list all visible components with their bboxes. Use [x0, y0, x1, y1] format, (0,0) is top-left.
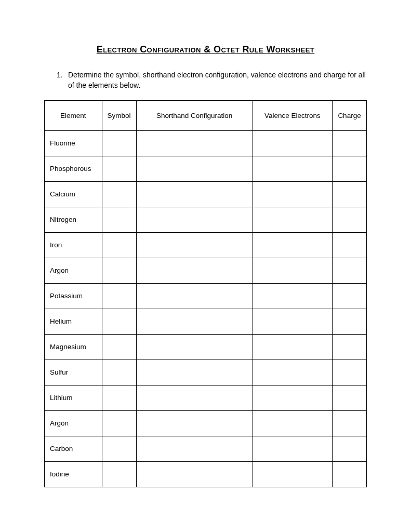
cell-charge [333, 181, 367, 207]
cell-charge [333, 461, 367, 487]
cell-charge [333, 334, 367, 360]
cell-config [136, 461, 253, 487]
cell-symbol [102, 156, 136, 181]
cell-charge [333, 385, 367, 410]
question-text: Determine the symbol, shorthand electron… [68, 70, 367, 91]
cell-valence [253, 436, 332, 461]
cell-config [136, 181, 253, 207]
question-number: 1. [57, 70, 68, 91]
cell-symbol [102, 360, 136, 385]
cell-config [136, 334, 253, 360]
cell-element: Nitrogen [45, 207, 102, 232]
table-row: Carbon [45, 436, 367, 461]
cell-symbol [102, 385, 136, 410]
cell-charge [333, 258, 367, 283]
cell-valence [253, 461, 332, 487]
cell-element: Phosphorous [45, 156, 102, 181]
cell-element: Iron [45, 232, 102, 258]
cell-config [136, 207, 253, 232]
cell-element: Magnesium [45, 334, 102, 360]
cell-charge [333, 130, 367, 156]
cell-valence [253, 410, 332, 436]
cell-charge [333, 207, 367, 232]
cell-valence [253, 181, 332, 207]
cell-valence [253, 385, 332, 410]
cell-valence [253, 156, 332, 181]
table-row: Fluorine [45, 130, 367, 156]
header-valence: Valence Electrons [253, 100, 332, 130]
table-row: Argon [45, 258, 367, 283]
cell-config [136, 258, 253, 283]
cell-symbol [102, 461, 136, 487]
table-row: Lithium [45, 385, 367, 410]
cell-element: Calcium [45, 181, 102, 207]
cell-element: Lithium [45, 385, 102, 410]
cell-symbol [102, 207, 136, 232]
cell-symbol [102, 258, 136, 283]
cell-charge [333, 360, 367, 385]
document-page: Electron Configuration & Octet Rule Work… [0, 0, 411, 532]
cell-valence [253, 232, 332, 258]
cell-valence [253, 360, 332, 385]
cell-element: Fluorine [45, 130, 102, 156]
cell-valence [253, 207, 332, 232]
cell-element: Argon [45, 258, 102, 283]
cell-symbol [102, 410, 136, 436]
cell-config [136, 436, 253, 461]
table-row: Phosphorous [45, 156, 367, 181]
table-body: Fluorine Phosphorous Calcium Nitrogen Ir… [45, 130, 367, 487]
cell-config [136, 130, 253, 156]
cell-element: Iodine [45, 461, 102, 487]
cell-symbol [102, 283, 136, 309]
page-title: Electron Configuration & Octet Rule Work… [44, 44, 367, 55]
cell-valence [253, 283, 332, 309]
question-1: 1. Determine the symbol, shorthand elect… [57, 70, 367, 91]
table-row: Iron [45, 232, 367, 258]
cell-config [136, 309, 253, 334]
cell-config [136, 156, 253, 181]
cell-charge [333, 232, 367, 258]
worksheet-table: Element Symbol Shorthand Configuration V… [44, 100, 367, 487]
cell-charge [333, 156, 367, 181]
table-row: Iodine [45, 461, 367, 487]
cell-valence [253, 258, 332, 283]
table-row: Calcium [45, 181, 367, 207]
cell-valence [253, 130, 332, 156]
cell-charge [333, 410, 367, 436]
cell-symbol [102, 130, 136, 156]
cell-charge [333, 436, 367, 461]
table-row: Sulfur [45, 360, 367, 385]
cell-element: Carbon [45, 436, 102, 461]
cell-symbol [102, 232, 136, 258]
cell-symbol [102, 181, 136, 207]
cell-valence [253, 334, 332, 360]
cell-symbol [102, 334, 136, 360]
table-row: Potassium [45, 283, 367, 309]
header-config: Shorthand Configuration [136, 100, 253, 130]
cell-config [136, 385, 253, 410]
cell-charge [333, 309, 367, 334]
cell-element: Argon [45, 410, 102, 436]
table-header-row: Element Symbol Shorthand Configuration V… [45, 100, 367, 130]
table-row: Helium [45, 309, 367, 334]
cell-valence [253, 309, 332, 334]
table-row: Nitrogen [45, 207, 367, 232]
header-charge: Charge [333, 100, 367, 130]
table-row: Magnesium [45, 334, 367, 360]
header-element: Element [45, 100, 102, 130]
cell-symbol [102, 309, 136, 334]
cell-element: Helium [45, 309, 102, 334]
cell-element: Potassium [45, 283, 102, 309]
table-row: Argon [45, 410, 367, 436]
cell-config [136, 360, 253, 385]
cell-element: Sulfur [45, 360, 102, 385]
cell-symbol [102, 436, 136, 461]
cell-config [136, 283, 253, 309]
cell-charge [333, 283, 367, 309]
cell-config [136, 232, 253, 258]
header-symbol: Symbol [102, 100, 136, 130]
cell-config [136, 410, 253, 436]
